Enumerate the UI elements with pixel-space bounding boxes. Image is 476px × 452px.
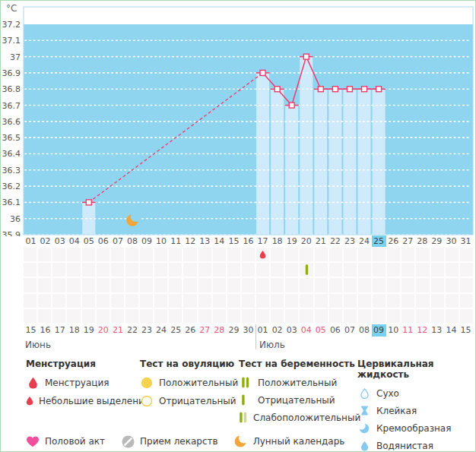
calendar-date-cell[interactable]: 21: [110, 324, 125, 337]
cycle-day-cell[interactable]: 06: [96, 235, 110, 247]
event-cell: [213, 309, 226, 323]
calendar-date-cell[interactable]: 27: [198, 324, 212, 337]
calendar-date-cell[interactable]: 15: [24, 324, 38, 337]
cycle-day-cell[interactable]: 20: [299, 235, 313, 247]
cycle-day-cell-today[interactable]: 25: [372, 235, 386, 247]
event-cell: [169, 248, 182, 261]
calendar-date-cell[interactable]: 07: [342, 324, 357, 337]
calendar-date-cell[interactable]: 01: [255, 324, 270, 337]
calendar-date-cell[interactable]: 26: [183, 324, 198, 337]
cycle-day-cell[interactable]: 09: [140, 235, 154, 247]
cycle-day-cell[interactable]: 22: [328, 235, 342, 247]
calendar-date-cell[interactable]: 06: [328, 324, 342, 337]
cycle-day-cell[interactable]: 02: [38, 235, 52, 247]
calendar-date-cell[interactable]: 17: [52, 324, 67, 337]
calendar-date-cell[interactable]: 15: [459, 324, 473, 337]
temperature-point[interactable]: [347, 87, 352, 92]
event-cell: [97, 278, 109, 292]
cycle-day-cell[interactable]: 27: [401, 235, 415, 247]
calendar-date-cell[interactable]: 13: [430, 324, 444, 337]
cycle-day-cell[interactable]: 23: [342, 235, 357, 247]
cycle-day-cell[interactable]: 28: [415, 235, 430, 247]
legend-item: Клейкая: [357, 405, 471, 416]
calendar-date-cell[interactable]: 23: [140, 324, 154, 337]
event-cell: [416, 248, 429, 261]
temperature-chart: 37.237.13736.936.836.736.636.536.436.336…: [1, 1, 476, 236]
cycle-day-cell[interactable]: 17: [255, 235, 270, 247]
cycle-day-cell[interactable]: 07: [110, 235, 125, 247]
calendar-date-cell[interactable]: 30: [241, 324, 255, 337]
event-cell: [111, 309, 124, 323]
event-cell: [198, 294, 211, 308]
cycle-day-cell[interactable]: 31: [459, 235, 473, 247]
legend-item-label: Прием лекарств: [140, 436, 218, 447]
event-cell: [300, 248, 313, 261]
calendar-date-cell[interactable]: 24: [154, 324, 169, 337]
calendar-date-cell[interactable]: 20: [96, 324, 110, 337]
temperature-point[interactable]: [303, 54, 309, 59]
event-cell: [82, 278, 95, 292]
calendar-date-cell[interactable]: 11: [401, 324, 415, 337]
legend-item: Слабоположительный: [239, 412, 357, 423]
calendar-date-cell[interactable]: 22: [125, 324, 139, 337]
cycle-day-cell[interactable]: 18: [270, 235, 284, 247]
calendar-date-cell[interactable]: 02: [270, 324, 284, 337]
event-cell: [52, 263, 65, 277]
calendar-date-cell-today[interactable]: 09: [372, 324, 386, 337]
temperature-point[interactable]: [376, 87, 382, 92]
calendar-date-cell[interactable]: 29: [227, 324, 241, 337]
cycle-day-cell[interactable]: 21: [313, 235, 328, 247]
calendar-date-cell[interactable]: 05: [313, 324, 328, 337]
calendar-date-cell[interactable]: 10: [386, 324, 401, 337]
event-cell: [38, 278, 51, 292]
calendar-date-cell[interactable]: 04: [299, 324, 313, 337]
cycle-day-cell[interactable]: 30: [444, 235, 459, 247]
cycle-day-cell[interactable]: 24: [357, 235, 371, 247]
cycle-day-cell[interactable]: 12: [183, 235, 198, 247]
temperature-point[interactable]: [260, 70, 265, 75]
legend-item: Водянистая: [357, 440, 471, 451]
temperature-point[interactable]: [289, 103, 294, 108]
cycle-day-cell[interactable]: 14: [212, 235, 227, 247]
temperature-point[interactable]: [362, 87, 367, 92]
temperature-point[interactable]: [86, 200, 91, 205]
legend-item-label: Слабоположительный: [253, 412, 360, 423]
cycle-day-row: 0102030405060708091011121314151617181920…: [24, 235, 473, 247]
temperature-bar: [358, 89, 371, 235]
cycle-day-cell[interactable]: 29: [430, 235, 444, 247]
calendar-date-cell[interactable]: 03: [284, 324, 299, 337]
calendar-date-cell[interactable]: 14: [444, 324, 459, 337]
legend-item-label: Сухо: [376, 388, 399, 399]
cycle-day-cell[interactable]: 05: [81, 235, 96, 247]
calendar-date-cell[interactable]: 08: [357, 324, 371, 337]
event-cell: [169, 294, 182, 308]
calendar-date-cell[interactable]: 25: [169, 324, 183, 337]
temperature-point[interactable]: [318, 87, 323, 92]
calendar-date-cell[interactable]: 18: [67, 324, 81, 337]
calendar-date-cell[interactable]: 19: [81, 324, 96, 337]
cycle-day-cell[interactable]: 01: [24, 235, 38, 247]
cycle-day-cell[interactable]: 26: [386, 235, 401, 247]
temperature-point[interactable]: [274, 87, 280, 92]
event-cell: [125, 294, 138, 308]
calendar-date-cell[interactable]: 16: [38, 324, 52, 337]
cycle-day-cell[interactable]: 08: [125, 235, 139, 247]
cycle-day-cell[interactable]: 13: [198, 235, 212, 247]
cycle-day-cell[interactable]: 03: [52, 235, 67, 247]
cycle-day-cell[interactable]: 19: [284, 235, 299, 247]
cycle-day-cell[interactable]: 16: [241, 235, 255, 247]
calendar-date-cell[interactable]: 12: [415, 324, 430, 337]
calendar-date-cell[interactable]: 28: [212, 324, 227, 337]
temperature-bar: [373, 89, 386, 235]
event-cell: [227, 248, 240, 261]
cycle-day-cell[interactable]: 04: [67, 235, 81, 247]
cycle-day-cell[interactable]: 10: [154, 235, 169, 247]
event-cell: [387, 248, 400, 261]
event-cell: [213, 294, 226, 308]
temperature-point[interactable]: [332, 87, 338, 92]
menstruation-drop-icon: [26, 377, 40, 389]
cycle-day-cell[interactable]: 11: [169, 235, 183, 247]
lunar-calendar-moon-icon: [234, 435, 248, 448]
event-cell: [213, 278, 226, 292]
cycle-day-cell[interactable]: 15: [227, 235, 241, 247]
